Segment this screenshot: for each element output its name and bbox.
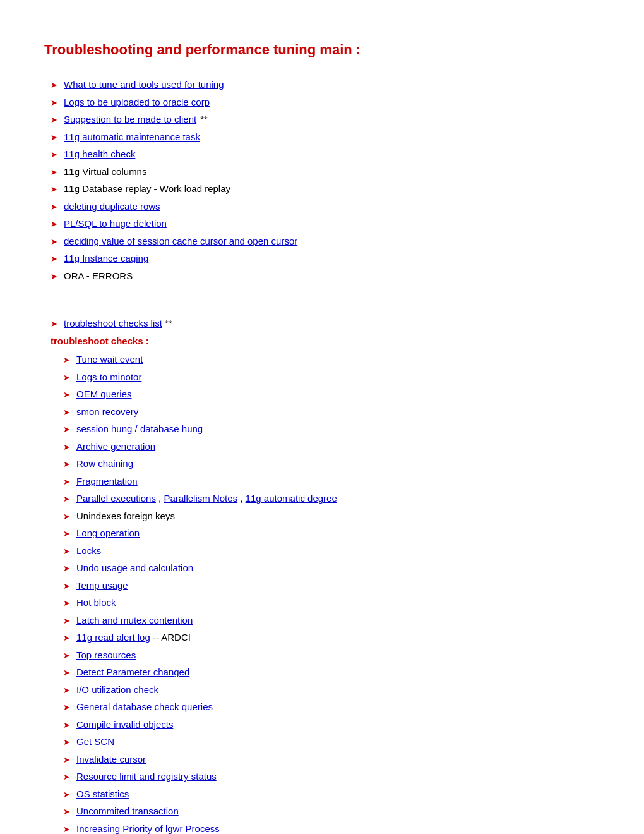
checks-link-item: ➤ troubleshoot checks list ** [51, 315, 600, 332]
troubleshoot-checks-link[interactable]: troubleshoot checks list [64, 318, 162, 329]
nav-link[interactable]: Top resources [76, 650, 136, 660]
arrow-icon: ➤ [63, 440, 70, 454]
arrow-icon: ➤ [51, 78, 57, 92]
arrow-icon: ➤ [63, 770, 70, 784]
nav-link[interactable]: OEM queries [76, 389, 132, 399]
list-item: ➤Temp usage [63, 577, 600, 594]
nav-link[interactable]: PL/SQL to huge deletion [64, 215, 167, 232]
list-item: ➤Suggestion to be made to client ** [51, 111, 600, 128]
list-item: ➤Get SCN [63, 734, 600, 750]
arrow-icon: ➤ [63, 353, 70, 367]
arrow-icon: ➤ [63, 788, 70, 802]
nav-link[interactable]: session hung / database hung [76, 423, 203, 434]
nav-text: Unindexes foreign keys [76, 511, 175, 521]
list-item: ➤session hung / database hung [63, 421, 600, 437]
arrow-icon: ➤ [51, 252, 57, 266]
item-content: Fragmentation [76, 473, 138, 490]
nav-link[interactable]: Resource limit and registry status [76, 771, 217, 782]
nav-link[interactable]: 11g automatic degree [246, 493, 337, 504]
arrow-icon: ➤ [63, 388, 70, 402]
arrow-icon: ➤ [63, 457, 70, 471]
nav-link[interactable]: Get SCN [76, 736, 114, 747]
arrow-icon: ➤ [51, 200, 57, 214]
arrow-icon: ➤ [63, 596, 70, 610]
nav-link[interactable]: OS statistics [76, 789, 129, 799]
item-content: Compile invalid objects [76, 716, 173, 733]
list-item: ➤smon recovery [63, 404, 600, 420]
nav-link[interactable]: Compile invalid objects [76, 719, 173, 730]
arrow-icon: ➤ [51, 183, 57, 196]
nav-link[interactable]: smon recovery [76, 406, 138, 417]
arrow-icon: ➤ [51, 113, 57, 127]
nav-link[interactable]: Detect Parameter changed [76, 667, 189, 677]
list-item: ➤Long operation [63, 525, 600, 541]
nav-link[interactable]: 11g health check [64, 146, 135, 162]
nav-link[interactable]: Parallel executions [76, 493, 156, 504]
list-item: ➤ORA - ERRORS [51, 268, 600, 284]
arrow-icon: ➤ [51, 148, 57, 162]
inline-sep: , [237, 493, 246, 504]
list-item: ➤PL/SQL to huge deletion [51, 215, 600, 232]
nav-link[interactable]: Logs to minotor [76, 372, 141, 382]
nav-link[interactable]: Invalidate cursor [76, 754, 146, 764]
item-content: General database check queries [76, 699, 213, 715]
nav-text: 11g Virtual columns [64, 164, 146, 180]
list-item: ➤General database check queries [63, 699, 600, 715]
nav-link[interactable]: Increasing Priority of lgwr Process [76, 823, 220, 834]
arrow-icon: ➤ [51, 317, 57, 331]
nav-link[interactable]: deciding value of session cache cursor a… [64, 233, 297, 250]
list-item: ➤Latch and mutex contention [63, 612, 600, 629]
nav-link[interactable]: 11g Instance caging [64, 250, 148, 267]
nav-link[interactable]: I/O utilization check [76, 684, 158, 695]
nav-link[interactable]: Suggestion to be made to client [64, 111, 196, 128]
arrow-icon: ➤ [63, 423, 70, 437]
nav-link[interactable]: Tune wait event [76, 354, 143, 365]
arrow-icon: ➤ [63, 649, 70, 663]
nav-link[interactable]: What to tune and tools used for tuning [64, 76, 224, 93]
list-item: ➤11g Virtual columns [51, 164, 600, 180]
checks-header-list: ➤ troubleshoot checks list ** [44, 315, 600, 332]
nav-link[interactable]: Fragmentation [76, 476, 138, 486]
arrow-icon: ➤ [63, 475, 70, 489]
nav-link[interactable]: Parallelism Notes [164, 493, 237, 504]
item-content: Latch and mutex contention [76, 612, 193, 629]
nav-link[interactable]: deleting duplicate rows [64, 198, 160, 215]
list-item: ➤Compile invalid objects [63, 716, 600, 733]
item-content: Undo usage and calculation [76, 560, 193, 576]
item-content: 11g read alert log -- ARDCI [76, 629, 191, 646]
nav-link[interactable]: 11g automatic maintenance task [64, 129, 200, 145]
nav-link[interactable]: Long operation [76, 528, 140, 538]
nav-link[interactable]: Archive generation [76, 441, 155, 452]
list-item: ➤11g read alert log -- ARDCI [63, 629, 600, 646]
list-item: ➤11g Instance caging [51, 250, 600, 267]
nav-link[interactable]: General database check queries [76, 701, 213, 712]
item-content: Row chaining [76, 456, 133, 472]
list-item: ➤Unindexes foreign keys [63, 508, 600, 524]
arrow-icon: ➤ [63, 666, 70, 680]
nav-link[interactable]: 11g read alert log [76, 632, 150, 643]
item-content: Get SCN [76, 734, 114, 750]
arrow-icon: ➤ [63, 805, 70, 819]
section-1: ➤What to tune and tools used for tuning➤… [44, 76, 600, 284]
nav-link[interactable]: Locks [76, 545, 101, 556]
list-item: ➤Archive generation [63, 438, 600, 455]
list-item: ➤Logs to minotor [63, 369, 600, 385]
nav-link[interactable]: Temp usage [76, 580, 128, 591]
page-title: Troubleshooting and performance tuning m… [44, 38, 600, 61]
arrow-icon: ➤ [63, 823, 70, 834]
nav-link[interactable]: Row chaining [76, 458, 133, 469]
nav-link[interactable]: Uncommited transaction [76, 806, 179, 816]
item-content: smon recovery [76, 404, 138, 420]
section-2: ➤ troubleshoot checks list ** troublesho… [44, 315, 600, 834]
arrow-icon: ➤ [63, 614, 70, 628]
list-item: ➤Undo usage and calculation [63, 560, 600, 576]
list-item: ➤Fragmentation [63, 473, 600, 490]
nav-link[interactable]: Undo usage and calculation [76, 562, 193, 573]
nav-link[interactable]: Hot block [76, 597, 116, 608]
nav-link[interactable]: Logs to be uploaded to oracle corp [64, 94, 210, 111]
item-content: Detect Parameter changed [76, 664, 189, 680]
arrow-icon: ➤ [63, 753, 70, 767]
nav-link[interactable]: Latch and mutex contention [76, 615, 193, 626]
inline-sep: , [156, 493, 164, 504]
arrow-icon: ➤ [63, 562, 70, 576]
